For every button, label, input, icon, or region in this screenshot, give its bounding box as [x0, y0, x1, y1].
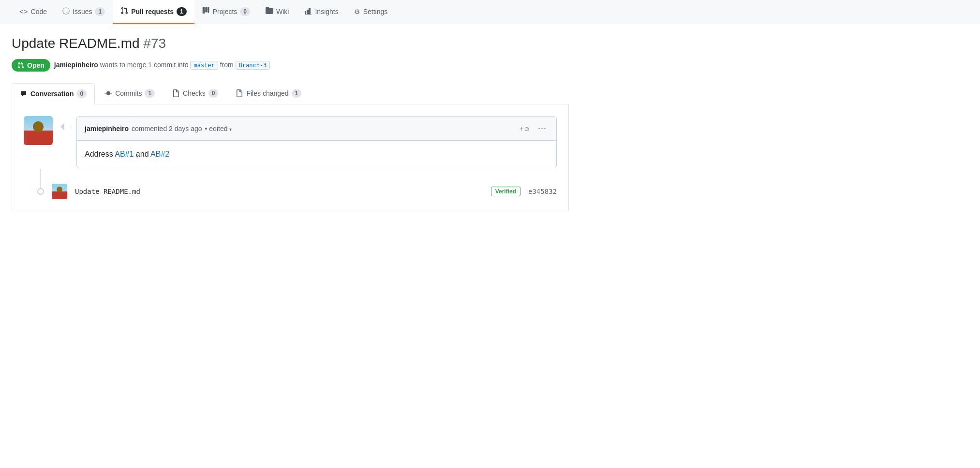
tab-commits-count: 1: [145, 89, 155, 98]
pr-title: Update README.md #73: [12, 36, 569, 51]
tab-checks-label: Checks: [183, 89, 206, 97]
comment-edited-label: • edited: [205, 125, 228, 132]
settings-icon: ⚙: [354, 8, 360, 15]
comment-thread: jamiepinheiro commented 2 days ago • edi…: [24, 116, 557, 168]
nav-insights[interactable]: Insights: [297, 0, 346, 24]
comment-header: jamiepinheiro commented 2 days ago • edi…: [77, 117, 556, 141]
pr-action-text: wants to merge 1 commit into: [100, 61, 191, 69]
nav-wiki-label: Wiki: [276, 8, 289, 15]
comment-action: commented 2 days ago: [132, 125, 202, 132]
checks-icon: [172, 89, 180, 97]
commit-hash[interactable]: e345832: [528, 188, 557, 195]
comment-box: jamiepinheiro commented 2 days ago • edi…: [76, 116, 557, 168]
projects-icon: [202, 7, 210, 16]
pr-badge: 1: [177, 7, 187, 16]
pr-target-branch[interactable]: master: [190, 61, 218, 70]
pr-icon: [120, 7, 128, 16]
pr-source-branch[interactable]: Branch-3: [236, 61, 270, 70]
nav-projects-label: Projects: [213, 8, 238, 15]
tab-commits[interactable]: Commits 1: [97, 83, 163, 104]
nav-wiki[interactable]: Wiki: [258, 0, 297, 24]
code-icon: <>: [19, 7, 28, 15]
comment-header-right: +☺ ···: [518, 121, 549, 135]
timeline-connector: [37, 188, 44, 195]
nav-insights-label: Insights: [315, 8, 338, 15]
comment-header-left: jamiepinheiro commented 2 days ago • edi…: [85, 125, 232, 132]
pr-meta-description: jamiepinheiro wants to merge 1 commit in…: [54, 61, 270, 70]
tab-conversation-label: Conversation: [30, 90, 74, 98]
pr-number: #73: [143, 36, 166, 51]
tab-checks-count: 0: [208, 89, 219, 98]
commit-entry: Update README.md Verified e345832: [24, 180, 557, 199]
comment-link-2[interactable]: AB#2: [150, 150, 169, 158]
comment-arrow-outer: [60, 123, 64, 131]
insights-icon: [304, 7, 312, 16]
tab-checks[interactable]: Checks 0: [164, 83, 226, 104]
nav-pull-requests[interactable]: Pull requests 1: [113, 0, 194, 24]
pr-status-icon: [17, 62, 24, 69]
comment-icon: [20, 90, 28, 98]
issues-icon: ⓘ: [62, 7, 70, 16]
commit-verified-badge: Verified: [491, 187, 520, 196]
comment-author[interactable]: jamiepinheiro: [85, 125, 129, 132]
comment-body: Address AB#1 and AB#2: [77, 141, 556, 168]
main-content: Update README.md #73 Open jamiepinheiro …: [0, 24, 580, 211]
files-icon: [236, 89, 243, 97]
pr-status-badge: Open: [12, 59, 50, 72]
comment-link-1[interactable]: AB#1: [115, 150, 134, 158]
pr-title-text: Update README.md: [12, 36, 140, 51]
comment-body-prefix: Address: [85, 150, 115, 158]
timeline-line: [40, 169, 41, 188]
commit-author-avatar: [52, 184, 67, 199]
comment-more-button[interactable]: ···: [536, 121, 549, 135]
commit-icon: [104, 89, 112, 97]
pr-author: jamiepinheiro: [54, 61, 98, 69]
projects-badge: 0: [240, 7, 250, 16]
pr-content: jamiepinheiro commented 2 days ago • edi…: [12, 104, 569, 211]
tab-commits-label: Commits: [115, 89, 142, 97]
nav-code[interactable]: <> Code: [12, 0, 55, 23]
tab-conversation-count: 0: [76, 89, 87, 98]
comment-body-and: and: [134, 150, 150, 158]
nav-projects[interactable]: Projects 0: [194, 0, 258, 24]
tab-files-changed-label: Files changed: [246, 89, 288, 97]
nav-pr-label: Pull requests: [131, 8, 174, 15]
comment-edited: • edited ▾: [205, 125, 232, 132]
pr-meta: Open jamiepinheiro wants to merge 1 comm…: [12, 59, 569, 72]
repo-nav: <> Code ⓘ Issues 1 Pull requests 1 Proje…: [0, 0, 980, 24]
pr-from-label: from: [220, 61, 236, 69]
pr-status-text: Open: [27, 61, 45, 69]
comment-edited-arrow[interactable]: ▾: [229, 127, 232, 132]
issues-badge: 1: [95, 7, 105, 16]
add-reaction-button[interactable]: +☺: [518, 123, 532, 134]
nav-issues[interactable]: ⓘ Issues 1: [55, 0, 113, 24]
commit-message[interactable]: Update README.md: [75, 188, 483, 195]
tab-files-changed[interactable]: Files changed 1: [228, 83, 309, 104]
wiki-icon: [266, 7, 273, 16]
nav-settings-label: Settings: [363, 8, 388, 15]
nav-code-label: Code: [31, 8, 47, 15]
commit-timeline-dot: [37, 188, 44, 195]
comment-arrow-inner: [69, 123, 72, 130]
tab-files-changed-count: 1: [292, 89, 302, 98]
nav-settings[interactable]: ⚙ Settings: [346, 1, 396, 23]
tab-conversation[interactable]: Conversation 0: [12, 83, 95, 104]
nav-issues-label: Issues: [73, 8, 92, 15]
commenter-avatar: [24, 116, 53, 145]
